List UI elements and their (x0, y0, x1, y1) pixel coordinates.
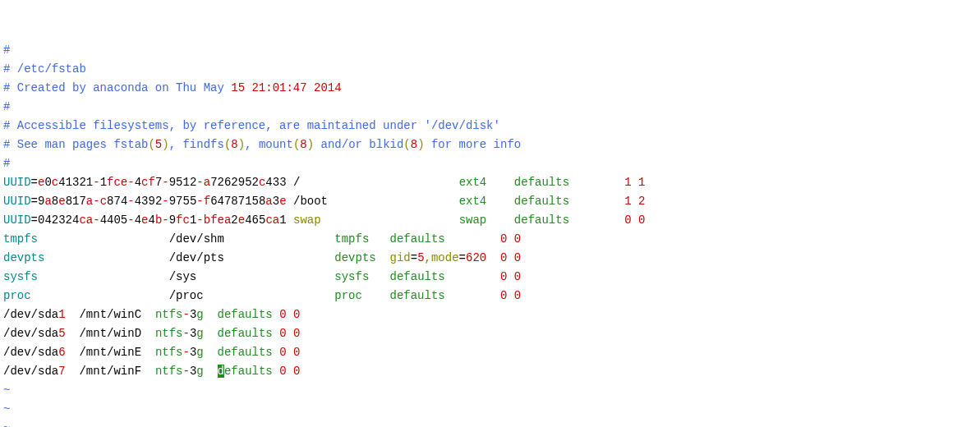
comment-line: # Accessible filesystems, by reference, … (3, 119, 500, 132)
fstab-row: sysfs /sys sysfs defaults 0 0 (3, 270, 521, 283)
comment-date: 15 21:01:47 2014 (231, 81, 341, 94)
fstab-row: proc /proc proc defaults 0 0 (3, 289, 521, 302)
comment-line: # Created by anaconda on Thu May (3, 81, 231, 94)
tilde-line: ~ (3, 402, 10, 416)
fstab-row: tmpfs /dev/shm tmpfs defaults 0 0 (3, 232, 521, 246)
comment-line: # See man pages fstab (3, 138, 148, 151)
cursor: d (218, 365, 224, 378)
fstab-row: /dev/sda1 /mnt/winC ntfs-3g defaults 0 0 (3, 308, 300, 321)
editor-content[interactable]: # # /etc/fstab # Created by anaconda on … (3, 41, 977, 427)
fstab-row: devpts /dev/pts devpts gid=5,mode=620 0 … (3, 251, 521, 264)
comment-line: # (3, 100, 10, 113)
comment-line: # (3, 157, 10, 170)
fstab-row: /dev/sda5 /mnt/winD ntfs-3g defaults 0 0 (3, 327, 300, 340)
fstab-row: UUID=042324ca-4405-4e4b-9fc1-bfea2e465ca… (3, 214, 646, 227)
fstab-row: UUID=e0c41321-1fce-4cf7-9512-a7262952c43… (3, 176, 646, 189)
comment-line: # /etc/fstab (3, 62, 86, 76)
tilde-line: ~ (3, 421, 10, 427)
fstab-row: UUID=9a8e817a-c874-4392-9755-f64787158a3… (3, 195, 646, 208)
fstab-row: /dev/sda6 /mnt/winE ntfs-3g defaults 0 0 (3, 346, 300, 359)
tilde-line: ~ (3, 383, 10, 397)
comment-line: # (3, 44, 10, 57)
fstab-row: /dev/sda7 /mnt/winF ntfs-3g defaults 0 0 (3, 365, 300, 378)
